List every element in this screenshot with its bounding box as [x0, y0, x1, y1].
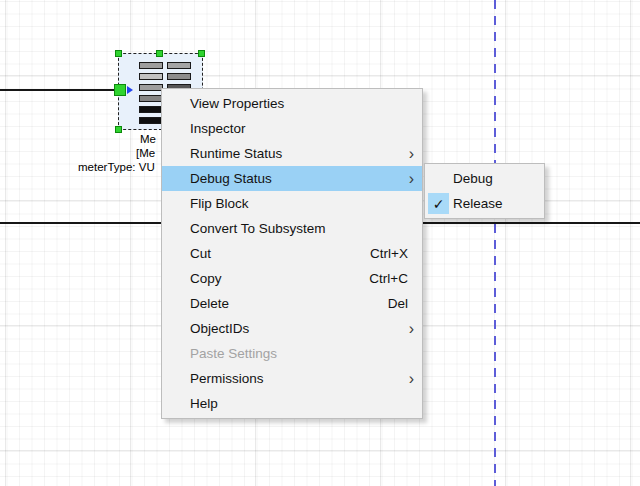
menu-item-label: Convert To Subsystem: [190, 221, 326, 236]
menu-item-label: Copy: [190, 271, 222, 286]
signal-wire-input[interactable]: [0, 89, 117, 91]
menu-item-inspector[interactable]: Inspector: [162, 116, 422, 141]
menu-item-label: ObjectIDs: [190, 321, 249, 336]
selection-handle[interactable]: [156, 50, 163, 57]
submenu-arrow-icon: ›: [409, 321, 414, 337]
menu-item-label: Debug Status: [190, 171, 272, 186]
menu-item-cut[interactable]: Cut Ctrl+X: [162, 241, 422, 266]
menu-item-label: Inspector: [190, 121, 246, 136]
submenu-arrow-icon: ›: [409, 146, 414, 162]
menu-item-objectids[interactable]: ObjectIDs ›: [162, 316, 422, 341]
menu-item-convert-to-subsystem[interactable]: Convert To Subsystem: [162, 216, 422, 241]
block-name-label: Me: [140, 133, 156, 147]
menu-item-runtime-status[interactable]: Runtime Status ›: [162, 141, 422, 166]
menu-item-delete[interactable]: Delete Del: [162, 291, 422, 316]
context-menu: View Properties Inspector Runtime Status…: [161, 88, 423, 419]
menu-item-view-properties[interactable]: View Properties: [162, 91, 422, 116]
menu-item-label: Help: [190, 396, 218, 411]
shortcut-label: Del: [388, 296, 414, 311]
shortcut-label: Ctrl+X: [370, 246, 414, 261]
menu-item-copy[interactable]: Copy Ctrl+C: [162, 266, 422, 291]
menu-item-help[interactable]: Help: [162, 391, 422, 416]
menu-item-debug-status[interactable]: Debug Status ›: [162, 166, 422, 191]
menu-item-label: Debug: [453, 171, 493, 186]
submenu-item-debug[interactable]: Debug: [425, 166, 544, 191]
submenu-arrow-icon: ›: [409, 171, 414, 187]
debug-status-submenu: Debug ✓ Release: [424, 163, 545, 219]
diagram-canvas[interactable]: Me [Me meterType: VU View Properties Ins…: [0, 0, 640, 486]
menu-item-label: Release: [453, 196, 503, 211]
submenu-arrow-icon: ›: [409, 371, 414, 387]
checkmark-icon: ✓: [428, 193, 449, 214]
selection-handle[interactable]: [115, 50, 122, 57]
menu-item-label: Permissions: [190, 371, 264, 386]
menu-item-paste-settings: Paste Settings: [162, 341, 422, 366]
menu-item-label: Flip Block: [190, 196, 249, 211]
port-arrow-icon: [127, 86, 133, 94]
shortcut-label: Ctrl+C: [369, 271, 414, 286]
submenu-item-release[interactable]: ✓ Release: [425, 191, 544, 216]
block-type-label: [Me: [136, 147, 155, 161]
meter-bars-icon: [139, 62, 163, 128]
menu-item-label: View Properties: [190, 96, 284, 111]
selection-handle[interactable]: [198, 50, 205, 57]
menu-item-label: Delete: [190, 296, 229, 311]
block-parameter-label: meterType: VU: [78, 161, 155, 175]
menu-item-label: Paste Settings: [190, 346, 277, 361]
input-port[interactable]: [114, 84, 126, 96]
selection-handle[interactable]: [115, 126, 122, 133]
menu-item-label: Cut: [190, 246, 211, 261]
dashed-guide-line: [494, 0, 496, 486]
menu-item-label: Runtime Status: [190, 146, 282, 161]
menu-item-flip-block[interactable]: Flip Block: [162, 191, 422, 216]
menu-item-permissions[interactable]: Permissions ›: [162, 366, 422, 391]
